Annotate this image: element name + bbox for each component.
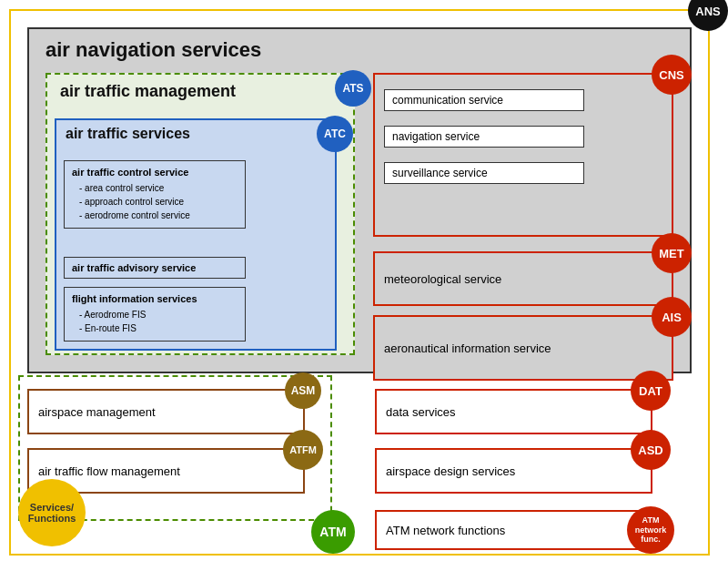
navigation-label: navigation service bbox=[392, 130, 480, 143]
meteorological-label: meteorological service bbox=[384, 272, 501, 286]
data-services-label: data services bbox=[386, 405, 456, 419]
surveillance-label: surveillance service bbox=[392, 167, 488, 179]
ats-box: air traffic services ATC air traffic con… bbox=[55, 118, 337, 351]
met-badge: MET bbox=[652, 233, 692, 273]
navigation-item: navigation service bbox=[384, 126, 584, 148]
ans-box: air navigation services air traffic mana… bbox=[27, 27, 692, 373]
ats-label: ATS bbox=[342, 82, 363, 95]
ats-badge: ATS bbox=[335, 70, 371, 107]
enroute-fis-item: - En-route FIS bbox=[72, 321, 238, 335]
ats-title: air traffic services bbox=[66, 126, 190, 142]
dat-label: DAT bbox=[639, 384, 662, 398]
atmnet-badge-label: ATM network func. bbox=[627, 515, 674, 545]
cns-badge: CNS bbox=[652, 55, 692, 95]
atmnet-service-label: ATM network functions bbox=[386, 524, 505, 537]
communication-item: communication service bbox=[384, 89, 584, 111]
atc-label: ATC bbox=[324, 127, 346, 140]
ais-label: AIS bbox=[662, 311, 682, 324]
ais-box: AIS aeronautical information service bbox=[373, 315, 673, 381]
atmnet-badge: ATM network func. bbox=[627, 506, 674, 554]
met-label: MET bbox=[659, 247, 683, 260]
ans-badge: ANS bbox=[688, 0, 728, 31]
atmnet-box: ATM network func. ATM network functions bbox=[375, 510, 652, 550]
advisory-label: air traffic advisory service bbox=[72, 262, 196, 273]
asd-box: ASD airspace design services bbox=[375, 448, 652, 494]
dat-box: DAT data services bbox=[375, 389, 652, 434]
atc-service-title: air traffic control service bbox=[72, 167, 238, 178]
fis-title: flight information services bbox=[72, 293, 238, 304]
atfm-label: ATFM bbox=[289, 444, 317, 455]
communication-label: communication service bbox=[392, 94, 503, 107]
atm-label: ATM bbox=[319, 525, 346, 539]
atc-service-box: air traffic control service - area contr… bbox=[64, 160, 246, 229]
ais-badge: AIS bbox=[652, 297, 692, 337]
area-control-item: - area control service bbox=[72, 181, 238, 195]
fis-box: flight information services - Aerodrome … bbox=[64, 287, 246, 342]
dat-badge: DAT bbox=[631, 371, 671, 411]
ans-title: air navigation services bbox=[46, 38, 261, 62]
asm-label: ASM bbox=[291, 384, 316, 397]
aerodrome-control-item: - aerodrome control service bbox=[72, 209, 238, 222]
atfm-badge: ATFM bbox=[283, 430, 323, 470]
services-functions-badge: Services/ Functions bbox=[18, 479, 86, 546]
asm-badge: ASM bbox=[285, 372, 321, 409]
asd-badge: ASD bbox=[631, 430, 671, 470]
advisory-box: air traffic advisory service bbox=[64, 257, 246, 279]
atm-box: air traffic management ATS air traffic s… bbox=[46, 73, 355, 355]
services-functions-label: Services/ Functions bbox=[18, 502, 86, 524]
cns-label: CNS bbox=[659, 68, 683, 82]
ans-label: ANS bbox=[695, 5, 720, 18]
atc-badge: ATC bbox=[317, 116, 353, 152]
aeronautical-label: aeronautical information service bbox=[384, 342, 551, 355]
met-box: MET meteorological service bbox=[373, 251, 673, 306]
asd-label: ASD bbox=[638, 444, 662, 457]
surveillance-item: surveillance service bbox=[384, 162, 584, 184]
atm-badge: ATM bbox=[311, 510, 355, 554]
aerodrome-fis-item: - Aerodrome FIS bbox=[72, 308, 238, 321]
airspace-design-label: airspace design services bbox=[386, 464, 515, 478]
cns-box: CNS communication service navigation ser… bbox=[373, 73, 673, 237]
approach-control-item: - approach control service bbox=[72, 195, 238, 209]
outer-container: ANS air navigation services air traffic … bbox=[9, 9, 710, 556]
atm-title: air traffic management bbox=[60, 82, 236, 101]
